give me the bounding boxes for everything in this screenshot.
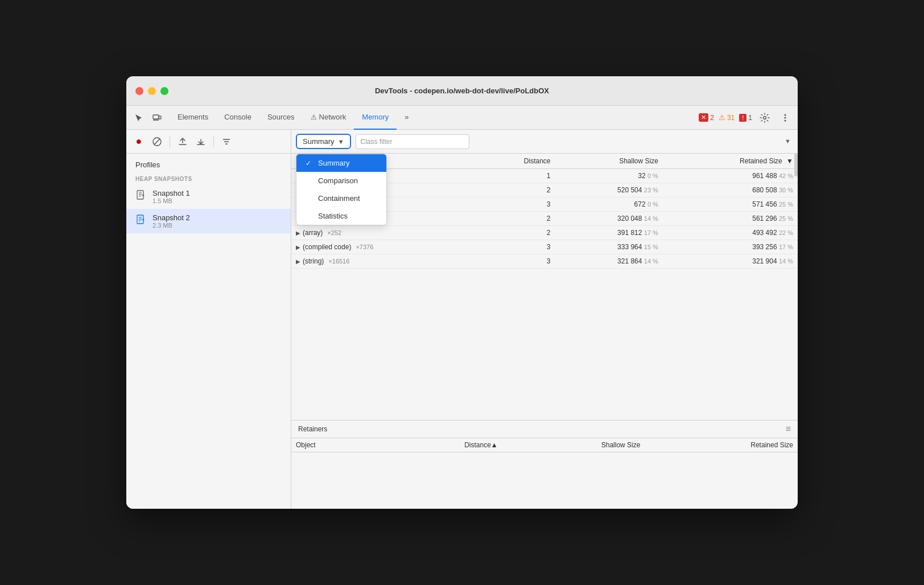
tab-right-group: ✕ 2 ⚠ 31 ! 1 [699,110,793,126]
check-icon: ✓ [306,159,314,167]
retainers-empty-row [291,452,798,509]
dropdown-item-summary[interactable]: ✓ Summary [296,154,386,172]
snapshot-item-2[interactable]: Snapshot 2 2.3 MB [126,209,291,233]
more-icon[interactable] [777,110,793,126]
svg-rect-1 [159,116,161,119]
retainers-menu-icon[interactable]: ≡ [786,424,791,434]
device-icon[interactable] [149,110,165,126]
retainers-table: Object Distance▲ Shallow Size Retained S… [291,438,798,509]
class-filter-input[interactable] [356,134,469,149]
svg-line-8 [154,139,160,145]
column-filter-icon[interactable]: ▼ [785,138,791,145]
sort-desc-icon: ▼ [786,157,793,165]
view-dropdown-menu: ✓ Summary Comparison Containment Statist… [296,154,387,225]
window-title: DevTools - codepen.io/web-dot-dev/live/P… [375,86,549,95]
sidebar-toolbar: ● [126,130,291,154]
section-label: HEAP SNAPSHOTS [126,171,291,184]
title-bar: DevTools - codepen.io/web-dot-dev/live/P… [126,76,798,106]
content-area: Summary ▼ ▼ ✓ Summary Comparison [291,130,798,509]
traffic-lights [135,87,168,95]
view-dropdown-button[interactable]: Summary ▼ [296,134,351,149]
info-icon: ! [739,114,746,122]
cursor-icon[interactable] [131,110,147,126]
ret-col-retained[interactable]: Retained Size [645,438,798,452]
svg-point-4 [785,114,786,116]
svg-point-5 [785,117,786,118]
ret-col-shallow[interactable]: Shallow Size [502,438,645,452]
col-distance[interactable]: Distance [478,154,555,169]
svg-rect-0 [153,115,159,119]
svg-point-3 [764,116,766,119]
settings-icon[interactable] [757,110,773,126]
error-icon: ✕ [699,113,708,122]
svg-point-6 [785,120,786,121]
network-warn-icon: ⚠ [311,113,317,121]
tab-elements[interactable]: Elements [170,106,216,130]
snapshot-icon-2 [135,214,147,228]
stop-button[interactable] [149,134,165,150]
maximize-button[interactable] [160,87,168,95]
retainers-title: Retainers [298,425,327,433]
devtools-icons [131,110,165,126]
retainers-header: Retainers ≡ [291,421,798,438]
expand-icon[interactable]: ▶ [296,258,300,265]
ret-col-distance[interactable]: Distance▲ [377,438,502,452]
dropdown-item-comparison[interactable]: Comparison [296,172,386,189]
download-button[interactable] [193,134,209,150]
snapshot-1-name: Snapshot 1 [152,189,190,197]
dropdown-item-containment[interactable]: Containment [296,189,386,207]
close-button[interactable] [135,87,143,95]
devtools-window: DevTools - codepen.io/web-dot-dev/live/P… [126,76,798,509]
snapshot-2-name: Snapshot 2 [152,213,190,222]
main-area: ● Profiles HEAP SNAPSHOTS [126,130,798,509]
table-row[interactable]: ▶ (compiled code) ×7376 3 333 964 15 % 3… [291,240,798,254]
retainers-section: Retainers ≡ Object Distance▲ [291,420,798,509]
expand-icon[interactable]: ▶ [296,244,300,250]
tab-sources[interactable]: Sources [259,106,303,130]
table-row[interactable]: ▶ (string) ×16516 3 321 864 14 % 321 904… [291,254,798,269]
expand-icon[interactable]: ▶ [296,230,300,236]
snapshot-2-size: 2.3 MB [152,222,190,229]
snapshot-1-size: 1.5 MB [152,197,190,204]
tab-bar: Elements Console Sources ⚠ Network Memor… [126,106,798,130]
upload-button[interactable] [175,134,191,150]
error-badge: ✕ 2 [699,113,714,122]
scrollbar-thumb[interactable] [794,154,798,176]
view-toolbar: Summary ▼ ▼ ✓ Summary Comparison [291,130,798,154]
tab-memory[interactable]: Memory [354,106,397,130]
info-badge: ! 1 [739,114,752,122]
tab-console[interactable]: Console [216,106,259,130]
col-shallow-size[interactable]: Shallow Size [555,154,663,169]
snapshot-icon-1 [135,189,147,204]
sidebar: ● Profiles HEAP SNAPSHOTS [126,130,291,509]
minimize-button[interactable] [148,87,156,95]
tab-network[interactable]: ⚠ Network [303,106,354,130]
dropdown-arrow-icon: ▼ [338,138,344,145]
table-row[interactable]: ▶ (array) ×252 2 391 812 17 % 493 492 22… [291,226,798,240]
col-retained-size[interactable]: Retained Size ▼ [663,154,798,169]
filter-button[interactable] [218,134,234,150]
snapshot-item-1[interactable]: Snapshot 1 1.5 MB [126,184,291,209]
tab-more[interactable]: » [397,106,416,130]
ret-col-object[interactable]: Object [291,438,377,452]
profiles-label: Profiles [126,154,291,171]
warn-badge: ⚠ 31 [719,113,735,122]
warn-icon: ⚠ [719,113,725,122]
record-button[interactable]: ● [131,134,147,150]
dropdown-item-statistics[interactable]: Statistics [296,207,386,225]
